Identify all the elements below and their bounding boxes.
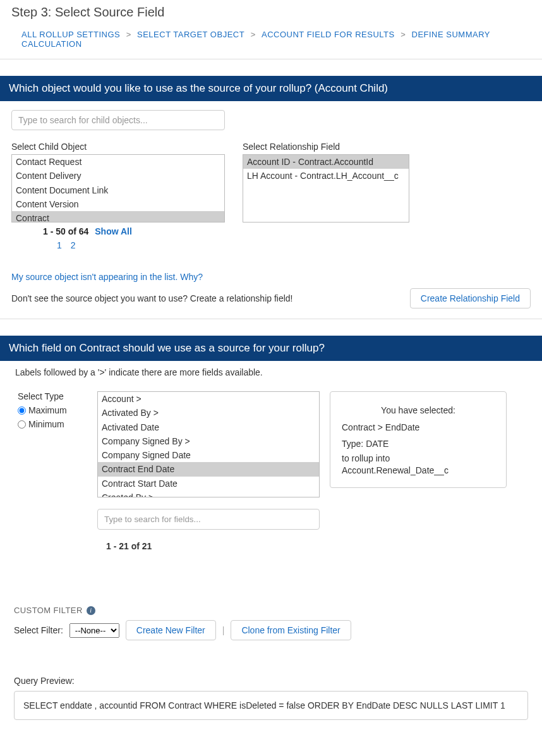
info-icon[interactable]: i: [87, 606, 95, 615]
child-object-label: Select Child Object: [11, 142, 225, 152]
field-listbox[interactable]: Account > Activated By > Activated Date …: [97, 391, 320, 497]
page-number[interactable]: 2: [71, 240, 76, 250]
child-object-listbox[interactable]: Contact Request Content Delivery Content…: [11, 154, 225, 223]
radio-label: Minimum: [28, 419, 64, 429]
summary-title: You have selected:: [342, 402, 495, 419]
help-text: Don't see the source object you want to …: [11, 293, 293, 303]
radio-maximum[interactable]: [18, 406, 26, 415]
pager: 1 - 50 of 64 Show All 1 2: [43, 226, 225, 250]
list-item[interactable]: Account ID - Contract.AccountId: [243, 155, 409, 169]
relationship-field-listbox[interactable]: Account ID - Contract.AccountId LH Accou…: [243, 154, 409, 223]
help-link[interactable]: My source object isn't appearing in the …: [11, 272, 203, 282]
summary-type: Type: DATE: [342, 436, 495, 453]
list-item[interactable]: Contact Request: [12, 155, 224, 169]
list-item[interactable]: Contract: [12, 211, 224, 223]
child-object-search-input[interactable]: [11, 110, 225, 130]
list-item[interactable]: LH Account - Contract.LH_Account__c: [243, 169, 409, 183]
filter-select[interactable]: --None--: [69, 623, 119, 638]
source-object-section: Which object would you like to use as th…: [0, 76, 542, 317]
list-item[interactable]: Activated By >: [98, 406, 319, 420]
chevron-right-icon: >: [126, 30, 131, 39]
summary-path: Contract > EndDate: [342, 419, 495, 436]
hint-text: Labels followed by a '>' indicate there …: [0, 361, 542, 377]
list-item[interactable]: Contract End Date: [98, 462, 319, 476]
breadcrumb: ALL ROLLUP SETTINGS > SELECT TARGET OBJE…: [0, 26, 542, 58]
create-relationship-field-button[interactable]: Create Relationship Field: [410, 288, 531, 308]
list-item[interactable]: Content Document Link: [12, 183, 224, 197]
pager-counts: 1 - 50 of 64: [43, 226, 88, 236]
list-item[interactable]: Contract Start Date: [98, 477, 319, 491]
list-item[interactable]: Created By >: [98, 491, 319, 497]
select-type-label: Select Type: [18, 391, 87, 401]
list-item[interactable]: Account >: [98, 392, 319, 406]
summary-target: Account.Renewal_Date__c: [342, 465, 495, 477]
section-header: Which field on Contract should we use as…: [0, 336, 542, 361]
breadcrumb-item[interactable]: SELECT TARGET OBJECT: [137, 30, 244, 39]
radio-label: Maximum: [28, 405, 67, 415]
summary-rollup: to rollup into: [342, 453, 495, 465]
chevron-right-icon: >: [251, 30, 256, 39]
list-item[interactable]: Content Version: [12, 197, 224, 211]
query-preview-box: SELECT enddate , accountid FROM Contract…: [14, 691, 528, 720]
source-field-section: Which field on Contract should we use as…: [0, 336, 542, 736]
separator: |: [222, 625, 225, 635]
list-item[interactable]: Content Delivery: [12, 169, 224, 183]
page-number[interactable]: 1: [57, 240, 62, 250]
select-filter-label: Select Filter:: [14, 625, 63, 635]
list-item[interactable]: Company Signed By >: [98, 434, 319, 448]
list-item[interactable]: Activated Date: [98, 420, 319, 434]
relationship-field-label: Select Relationship Field: [243, 142, 409, 152]
breadcrumb-item[interactable]: ACCOUNT FIELD FOR RESULTS: [262, 30, 395, 39]
custom-filter-title: CUSTOM FILTER: [14, 606, 83, 615]
chevron-right-icon: >: [400, 30, 406, 39]
selection-summary: You have selected: Contract > EndDate Ty…: [330, 391, 507, 488]
list-item[interactable]: Company Signed Date: [98, 448, 319, 462]
section-header: Which object would you like to use as th…: [0, 76, 542, 101]
query-preview-label: Query Preview:: [14, 676, 528, 686]
clone-filter-button[interactable]: Clone from Existing Filter: [231, 620, 351, 640]
create-new-filter-button[interactable]: Create New Filter: [126, 620, 216, 640]
page-title: Step 3: Select Source Field: [0, 0, 542, 26]
field-search-input[interactable]: [97, 509, 320, 530]
radio-minimum[interactable]: [18, 420, 26, 429]
breadcrumb-item[interactable]: ALL ROLLUP SETTINGS: [21, 30, 120, 39]
show-all-link[interactable]: Show All: [95, 226, 132, 236]
field-count: 1 - 21 of 21: [106, 541, 320, 551]
custom-filter-section: CUSTOM FILTER i Select Filter: --None-- …: [11, 605, 531, 640]
query-preview-section: Query Preview: SELECT enddate , accounti…: [11, 676, 531, 728]
